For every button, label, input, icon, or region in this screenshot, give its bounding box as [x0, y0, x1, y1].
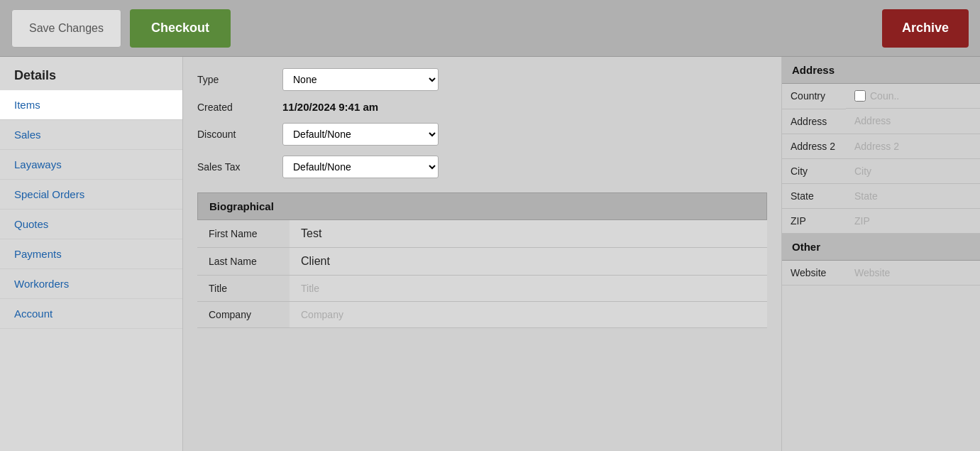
last-name-value[interactable]: Client: [290, 248, 767, 276]
discount-label: Discount: [197, 129, 282, 140]
sidebar-item-workorders[interactable]: Workorders: [0, 269, 182, 299]
biographical-section: Biographical First Name Test Last Name C…: [197, 192, 767, 328]
city-label: City: [782, 158, 846, 183]
address-label: Address: [782, 109, 846, 134]
address-value[interactable]: Address: [846, 109, 980, 134]
discount-row: Discount Default/None: [197, 123, 767, 146]
sidebar-item-layaways[interactable]: Layaways: [0, 150, 182, 180]
sales-tax-label: Sales Tax: [197, 161, 282, 173]
type-control: None: [282, 68, 767, 91]
type-label: Type: [197, 74, 282, 85]
table-row: ZIP ZIP: [782, 208, 980, 233]
table-row: Address Address: [782, 109, 980, 134]
address-header: Address: [782, 57, 980, 84]
table-row: Title Title: [197, 276, 767, 302]
other-header: Other: [782, 234, 980, 261]
table-row: State State: [782, 183, 980, 208]
save-changes-button[interactable]: Save Changes: [11, 9, 121, 48]
sidebar: Details Items Sales Layaways Special Ord…: [0, 57, 183, 451]
table-row: Website Website: [782, 261, 980, 286]
created-value: 11/20/2024 9:41 am: [282, 101, 767, 113]
sales-tax-row: Sales Tax Default/None: [197, 156, 767, 178]
city-value[interactable]: City: [846, 158, 980, 183]
company-value[interactable]: Company: [290, 302, 767, 328]
zip-label: ZIP: [782, 208, 846, 233]
created-row: Created 11/20/2024 9:41 am: [197, 101, 767, 113]
sidebar-header: Details: [0, 57, 182, 90]
table-row: Company Company: [197, 302, 767, 328]
sidebar-item-items[interactable]: Items: [0, 90, 182, 120]
table-row: Address 2 Address 2: [782, 134, 980, 158]
sidebar-item-quotes[interactable]: Quotes: [0, 210, 182, 239]
country-label: Country: [782, 84, 846, 109]
website-label: Website: [782, 261, 846, 286]
biographical-header: Biographical: [197, 192, 767, 220]
sales-tax-select[interactable]: Default/None: [282, 156, 439, 178]
address2-value[interactable]: Address 2: [846, 134, 980, 158]
title-value[interactable]: Title: [290, 276, 767, 302]
table-row: Last Name Client: [197, 248, 767, 276]
country-checkbox[interactable]: [854, 90, 866, 102]
sidebar-item-special-orders[interactable]: Special Orders: [0, 180, 182, 210]
title-label: Title: [197, 276, 290, 302]
first-name-value[interactable]: Test: [290, 220, 767, 248]
table-row: City City: [782, 158, 980, 183]
checkout-button[interactable]: Checkout: [130, 9, 231, 48]
country-value: Coun..: [846, 84, 980, 109]
first-name-label: First Name: [197, 220, 290, 248]
created-label: Created: [197, 102, 282, 113]
main-layout: Details Items Sales Layaways Special Ord…: [0, 57, 980, 451]
table-row: First Name Test: [197, 220, 767, 248]
content-area: Type None Created 11/20/2024 9:41 am Dis…: [183, 57, 781, 451]
type-select[interactable]: None: [282, 68, 439, 91]
state-value[interactable]: State: [846, 183, 980, 208]
company-label: Company: [197, 302, 290, 328]
sidebar-item-payments[interactable]: Payments: [0, 239, 182, 269]
toolbar: Save Changes Checkout Archive: [0, 0, 980, 57]
type-row: Type None: [197, 68, 767, 91]
other-table: Website Website: [782, 261, 980, 286]
zip-value[interactable]: ZIP: [846, 208, 980, 233]
archive-button[interactable]: Archive: [882, 9, 969, 48]
website-value[interactable]: Website: [846, 261, 980, 286]
sales-tax-control: Default/None: [282, 156, 767, 178]
last-name-label: Last Name: [197, 248, 290, 276]
created-date: 11/20/2024 9:41 am: [282, 101, 378, 113]
state-label: State: [782, 183, 846, 208]
discount-select[interactable]: Default/None: [282, 123, 439, 146]
sidebar-item-account[interactable]: Account: [0, 299, 182, 329]
country-placeholder[interactable]: Coun..: [870, 90, 899, 102]
biographical-table: First Name Test Last Name Client Title T…: [197, 220, 767, 328]
sidebar-item-sales[interactable]: Sales: [0, 120, 182, 150]
address-table: Country Coun.. Address Address Address 2…: [782, 84, 980, 234]
address2-label: Address 2: [782, 134, 846, 158]
table-row: Country Coun..: [782, 84, 980, 109]
discount-control: Default/None: [282, 123, 767, 146]
right-panel: Address Country Coun.. Address Address A…: [781, 57, 980, 451]
